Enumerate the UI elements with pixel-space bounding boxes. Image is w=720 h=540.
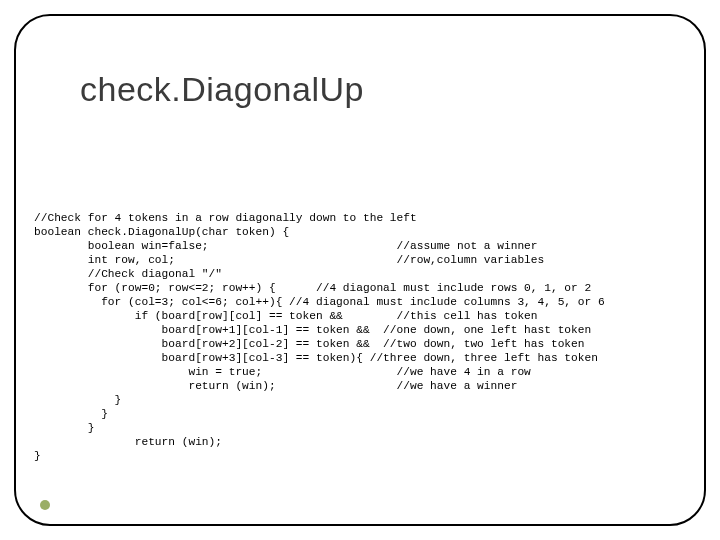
code-line: //Check for 4 tokens in a row diagonally… — [34, 212, 417, 224]
footer-dot-icon — [40, 500, 50, 510]
code-line: return (win); — [34, 436, 222, 448]
code-line: } — [34, 408, 108, 420]
code-block: //Check for 4 tokens in a row diagonally… — [34, 211, 605, 463]
code-line: int row, col; //row,column variables — [34, 254, 544, 266]
code-line: board[row+3][col-3] == token){ //three d… — [34, 352, 598, 364]
code-line: board[row+1][col-1] == token && //one do… — [34, 324, 591, 336]
code-line: } — [34, 422, 94, 434]
code-line: for (col=3; col<=6; col++){ //4 diagonal… — [34, 296, 605, 308]
slide-title: check.DiagonalUp — [80, 70, 364, 109]
code-line: win = true; //we have 4 in a row — [34, 366, 531, 378]
code-line: //Check diagonal "/" — [34, 268, 222, 280]
code-line: } — [34, 394, 121, 406]
code-line: } — [34, 450, 41, 462]
code-line: boolean check.DiagonalUp(char token) { — [34, 226, 289, 238]
code-line: for (row=0; row<=2; row++) { //4 diagona… — [34, 282, 591, 294]
code-line: return (win); //we have a winner — [34, 380, 517, 392]
code-line: boolean win=false; //assume not a winner — [34, 240, 538, 252]
code-line: board[row+2][col-2] == token && //two do… — [34, 338, 585, 350]
slide: check.DiagonalUp //Check for 4 tokens in… — [0, 0, 720, 540]
code-line: if (board[row][col] == token && //this c… — [34, 310, 538, 322]
